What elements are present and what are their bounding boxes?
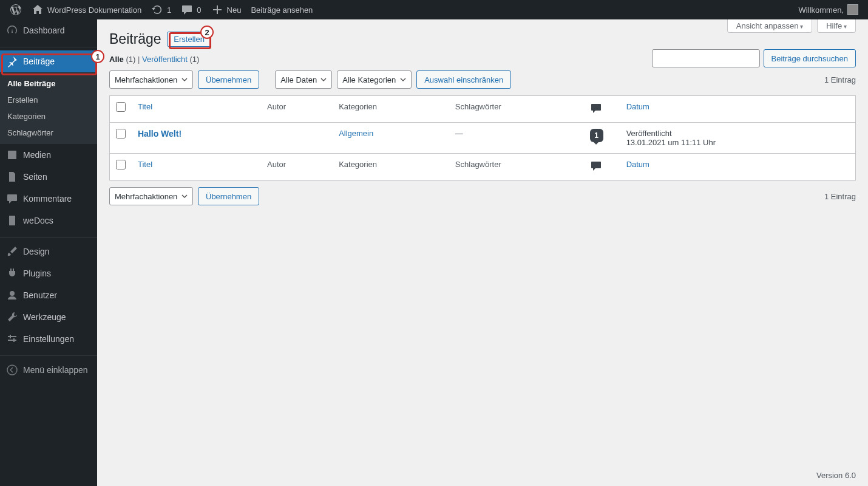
collapse-icon: [6, 364, 18, 376]
table-row: Hallo Welt! Allgemein — 1 Veröffentlicht…: [110, 123, 855, 153]
item-count-bottom: 1 Eintrag: [824, 192, 856, 201]
col-author: Autor: [261, 96, 333, 123]
menu-design[interactable]: Design: [0, 241, 97, 262]
footer-version: Version 6.0: [816, 471, 856, 480]
submenu-tags[interactable]: Schlagwörter: [0, 125, 97, 141]
plugin-icon: [6, 267, 18, 279]
menu-dashboard[interactable]: Dashboard: [0, 19, 97, 41]
site-link[interactable]: WordPress Dokumentation: [27, 0, 146, 19]
wordpress-icon: [10, 4, 22, 16]
new-label: Neu: [227, 5, 242, 15]
site-name: WordPress Dokumentation: [47, 5, 141, 15]
tablenav-top: Mehrfachaktionen Übernehmen Alle Daten A…: [109, 69, 856, 91]
admin-bar: WordPress Dokumentation 1 0 Neu Beiträge…: [0, 0, 868, 19]
help-btn[interactable]: Hilfe: [817, 19, 856, 33]
menu-wedocs[interactable]: weDocs: [0, 210, 97, 231]
menu-comments[interactable]: Kommentare: [0, 188, 97, 210]
view-posts-link[interactable]: Beiträge ansehen: [246, 0, 317, 19]
post-title-link[interactable]: Hallo Welt!: [138, 129, 181, 139]
menu-pages[interactable]: Seiten: [0, 166, 97, 188]
menu-posts[interactable]: Beiträge: [0, 50, 97, 72]
search-box: Beiträge durchsuchen: [652, 49, 856, 67]
col-tags-ft: Schlagwörter: [449, 153, 584, 180]
bulk-action-select-bottom[interactable]: Mehrfachaktionen: [109, 187, 193, 205]
bulk-apply-top[interactable]: Übernehmen: [198, 70, 259, 89]
page-title: Beiträge: [109, 26, 161, 50]
col-title-ft[interactable]: Titel: [132, 153, 261, 180]
annotation-1-number: 1: [91, 50, 104, 63]
submenu-categories[interactable]: Kategorien: [0, 108, 97, 125]
col-comments[interactable]: [584, 96, 620, 123]
media-icon: [6, 149, 18, 161]
comment-col-icon: [590, 102, 602, 114]
avatar-icon: [847, 4, 858, 15]
post-category-link[interactable]: Allgemein: [339, 129, 373, 138]
menu-collapse[interactable]: Menü einklappen: [0, 359, 97, 381]
item-count-top: 1 Eintrag: [824, 75, 856, 84]
refresh-icon: [151, 4, 163, 16]
search-input[interactable]: [652, 49, 760, 67]
dashboard-icon: [6, 24, 18, 36]
col-tags: Schlagwörter: [449, 96, 584, 123]
comment-col-icon: [590, 160, 602, 172]
menu-tools[interactable]: Werkzeuge: [0, 306, 97, 328]
svg-point-0: [7, 365, 17, 375]
comments-link[interactable]: 0: [176, 0, 206, 19]
comments-icon: [6, 193, 18, 205]
filter-dates[interactable]: Alle Daten: [275, 70, 332, 89]
select-all-top[interactable]: [116, 102, 126, 112]
search-button[interactable]: Beiträge durchsuchen: [764, 49, 856, 67]
wp-logo[interactable]: [5, 0, 27, 19]
menu-settings[interactable]: Einstellungen: [0, 328, 97, 350]
col-date[interactable]: Datum: [620, 96, 855, 123]
row-checkbox[interactable]: [116, 129, 126, 139]
post-date: Veröffentlicht13.01.2021 um 11:11 Uhr: [620, 123, 855, 153]
filter-categories[interactable]: Alle Kategorien: [337, 70, 412, 89]
menu-users[interactable]: Benutzer: [0, 284, 97, 306]
post-comment-count[interactable]: 1: [590, 129, 603, 142]
annotation-2-number: 2: [200, 26, 214, 39]
filter-apply[interactable]: Auswahl einschränken: [416, 70, 511, 89]
home-icon: [32, 4, 44, 16]
comment-icon: [181, 4, 193, 16]
select-all-bottom[interactable]: [116, 160, 126, 169]
submenu-all-posts[interactable]: Alle Beiträge: [0, 75, 97, 92]
user-icon: [6, 289, 18, 301]
col-title[interactable]: Titel: [132, 96, 261, 123]
bulk-apply-bottom[interactable]: Übernehmen: [198, 187, 259, 205]
updates-link[interactable]: 1: [146, 0, 176, 19]
admin-menu: Dashboard Beiträge Alle Beiträge Erstell…: [0, 19, 97, 486]
brush-icon: [6, 245, 18, 258]
welcome-user[interactable]: Willkommen,: [794, 0, 863, 19]
bulk-action-select-top[interactable]: Mehrfachaktionen: [109, 70, 193, 89]
wrench-icon: [6, 311, 18, 323]
view-published[interactable]: Veröffentlicht (1): [142, 55, 199, 64]
col-categories: Kategorien: [333, 96, 449, 123]
screen-meta: Ansicht anpassen Hilfe: [727, 19, 856, 33]
col-date-ft[interactable]: Datum: [620, 153, 855, 180]
submenu-create-post[interactable]: Erstellen: [0, 92, 97, 108]
screen-options-btn[interactable]: Ansicht anpassen: [727, 19, 812, 33]
tablenav-bottom: Mehrfachaktionen Übernehmen 1 Eintrag: [109, 185, 856, 207]
settings-icon: [6, 333, 18, 345]
menu-plugins[interactable]: Plugins: [0, 262, 97, 284]
docs-icon: [6, 214, 18, 227]
page-body: Ansicht anpassen Hilfe Beiträge Erstelle…: [97, 19, 868, 486]
col-author-ft: Autor: [261, 153, 333, 180]
col-categories-ft: Kategorien: [333, 153, 449, 180]
submenu-posts: Alle Beiträge Erstellen Kategorien Schla…: [0, 72, 97, 144]
menu-media[interactable]: Medien: [0, 144, 97, 166]
col-comments-ft[interactable]: [584, 153, 620, 180]
new-content-link[interactable]: Neu: [206, 0, 246, 19]
post-author: [261, 123, 333, 153]
plus-icon: [211, 4, 223, 16]
posts-table: Titel Autor Kategorien Schlagwörter Datu…: [109, 95, 856, 180]
pin-icon: [6, 55, 18, 67]
comments-count: 0: [197, 5, 201, 15]
updates-count: 1: [167, 5, 171, 15]
pages-icon: [6, 171, 18, 183]
post-tags: —: [449, 123, 584, 153]
view-all[interactable]: Alle (1): [109, 55, 135, 64]
